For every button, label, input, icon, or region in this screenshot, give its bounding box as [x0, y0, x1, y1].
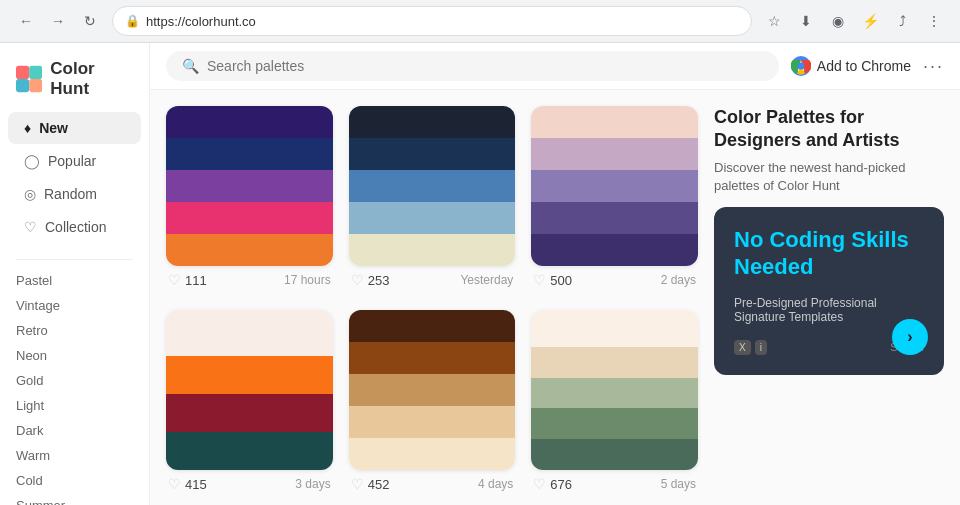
profile-button[interactable]: ◉ [824, 7, 852, 35]
share-button[interactable]: ⤴ [888, 7, 916, 35]
palette-card-6[interactable]: ♡ 676 5 days [531, 310, 698, 498]
sidebar-item-collection[interactable]: ♡ Collection [8, 211, 141, 243]
swatch-1-2 [166, 138, 333, 170]
more-options-button[interactable]: ··· [923, 56, 944, 77]
top-right-actions: Add to Chrome ··· [791, 56, 944, 77]
tag-gold[interactable]: Gold [0, 368, 149, 393]
swatch-1-1 [166, 106, 333, 138]
sidebar-tags: Pastel Vintage Retro Neon Gold Light Dar… [0, 268, 149, 505]
swatch-2-2 [349, 138, 516, 170]
swatch-6-3 [531, 378, 698, 409]
ad-cta-icon: › [907, 328, 912, 346]
swatch-5-2 [349, 342, 516, 374]
sidebar-divider [16, 259, 133, 260]
swatch-2-3 [349, 170, 516, 202]
like-count-1: 111 [185, 273, 207, 288]
swatch-3-5 [531, 234, 698, 266]
palette-meta-3: ♡ 500 2 days [531, 266, 698, 294]
tag-cold[interactable]: Cold [0, 468, 149, 493]
palette-swatches-3 [531, 106, 698, 266]
sidebar-item-label-random: Random [44, 186, 97, 202]
sidebar-item-random[interactable]: ◎ Random [8, 178, 141, 210]
like-button-4[interactable]: ♡ [168, 476, 181, 492]
logo-text: Color Hunt [50, 59, 133, 99]
sidebar-item-label-collection: Collection [45, 219, 106, 235]
like-count-5: 452 [368, 477, 390, 492]
sidebar-logo: Color Hunt [0, 55, 149, 111]
swatch-5-5 [349, 438, 516, 470]
palette-swatches-6 [531, 310, 698, 470]
browser-actions: ☆ ⬇ ◉ ⚡ ⤴ ⋮ [760, 7, 948, 35]
new-icon: ♦ [24, 120, 31, 136]
sidebar: Color Hunt ♦ New ◯ Popular ◎ Random ♡ Co… [0, 43, 150, 505]
like-button-2[interactable]: ♡ [351, 272, 364, 288]
extension-button[interactable]: ⚡ [856, 7, 884, 35]
tag-neon[interactable]: Neon [0, 343, 149, 368]
palette-row-2: ♡ 415 3 days [166, 310, 698, 498]
sidebar-item-popular[interactable]: ◯ Popular [8, 145, 141, 177]
sidebar-item-label-new: New [39, 120, 68, 136]
address-bar[interactable]: 🔒 https://colorhunt.co [112, 6, 752, 36]
like-count-6: 676 [550, 477, 572, 492]
swatch-5-1 [349, 310, 516, 342]
palette-meta-1: ♡ 111 17 hours [166, 266, 333, 294]
like-button-5[interactable]: ♡ [351, 476, 364, 492]
palette-likes-1: ♡ 111 [168, 272, 207, 288]
like-count-3: 500 [550, 273, 572, 288]
swatch-2-1 [349, 106, 516, 138]
palette-card-5[interactable]: ♡ 452 4 days [349, 310, 516, 498]
back-button[interactable]: ← [12, 7, 40, 35]
palette-likes-5: ♡ 452 [351, 476, 390, 492]
tag-pastel[interactable]: Pastel [0, 268, 149, 293]
tag-warm[interactable]: Warm [0, 443, 149, 468]
palette-meta-5: ♡ 452 4 days [349, 470, 516, 498]
palette-time-1: 17 hours [284, 273, 331, 287]
search-container[interactable]: 🔍 [166, 51, 779, 81]
browser-nav-buttons: ← → ↻ [12, 7, 104, 35]
add-chrome-label: Add to Chrome [817, 58, 911, 74]
swatch-3-2 [531, 138, 698, 170]
swatch-6-5 [531, 439, 698, 470]
palette-card-4[interactable]: ♡ 415 3 days [166, 310, 333, 498]
like-button-1[interactable]: ♡ [168, 272, 181, 288]
tag-vintage[interactable]: Vintage [0, 293, 149, 318]
forward-button[interactable]: → [44, 7, 72, 35]
palette-card-2[interactable]: ♡ 253 Yesterday [349, 106, 516, 294]
tag-dark[interactable]: Dark [0, 418, 149, 443]
refresh-button[interactable]: ↻ [76, 7, 104, 35]
browser-chrome: ← → ↻ 🔒 https://colorhunt.co ☆ ⬇ ◉ ⚡ ⤴ ⋮ [0, 0, 960, 43]
chrome-icon [791, 56, 811, 76]
palette-time-4: 3 days [295, 477, 330, 491]
swatch-1-5 [166, 234, 333, 266]
palette-likes-3: ♡ 500 [533, 272, 572, 288]
bookmark-button[interactable]: ☆ [760, 7, 788, 35]
search-input[interactable] [207, 58, 763, 74]
menu-button[interactable]: ⋮ [920, 7, 948, 35]
svg-rect-3 [29, 79, 42, 92]
search-icon: 🔍 [182, 58, 199, 74]
ad-badge-i[interactable]: i [755, 340, 767, 355]
palette-card-1[interactable]: ♡ 111 17 hours [166, 106, 333, 294]
palette-time-3: 2 days [661, 273, 696, 287]
swatch-4-4 [166, 432, 333, 470]
sidebar-item-new[interactable]: ♦ New [8, 112, 141, 144]
browser-toolbar: ← → ↻ 🔒 https://colorhunt.co ☆ ⬇ ◉ ⚡ ⤴ ⋮ [0, 0, 960, 42]
url-text: https://colorhunt.co [146, 14, 256, 29]
ad-badge-x[interactable]: X [734, 340, 751, 355]
palette-swatches-1 [166, 106, 333, 266]
palette-likes-2: ♡ 253 [351, 272, 390, 288]
random-icon: ◎ [24, 186, 36, 202]
add-to-chrome-button[interactable]: Add to Chrome [791, 56, 911, 76]
palette-swatches-4 [166, 310, 333, 470]
like-button-6[interactable]: ♡ [533, 476, 546, 492]
tag-summer[interactable]: Summer [0, 493, 149, 505]
ad-cta-button[interactable]: › [892, 319, 928, 355]
popular-icon: ◯ [24, 153, 40, 169]
tag-light[interactable]: Light [0, 393, 149, 418]
download-button[interactable]: ⬇ [792, 7, 820, 35]
like-button-3[interactable]: ♡ [533, 272, 546, 288]
tag-retro[interactable]: Retro [0, 318, 149, 343]
swatch-5-4 [349, 406, 516, 438]
palette-swatches-2 [349, 106, 516, 266]
palette-card-3[interactable]: ♡ 500 2 days [531, 106, 698, 294]
